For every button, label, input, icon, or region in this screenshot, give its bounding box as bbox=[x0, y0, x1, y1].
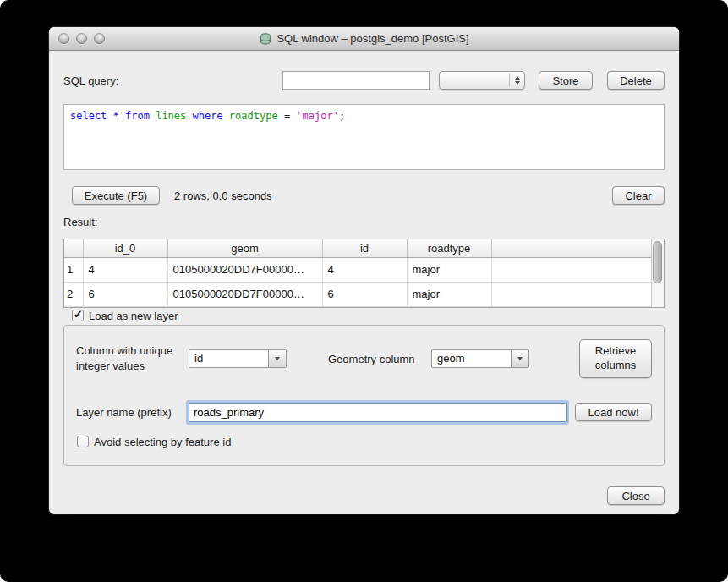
unique-column-dropdown[interactable]: id bbox=[189, 349, 287, 368]
query-name-input[interactable] bbox=[282, 71, 430, 90]
load-options-groupbox: Column with unique integer values id Geo… bbox=[63, 325, 665, 466]
layer-name-label: Layer name (prefix) bbox=[76, 406, 189, 419]
checkbox-checked[interactable]: ✓ bbox=[72, 310, 84, 321]
retrieve-columns-button[interactable]: Retrieve columns bbox=[579, 339, 652, 378]
column-options-row: Column with unique integer values id Geo… bbox=[76, 339, 652, 378]
clear-button[interactable]: Clear bbox=[612, 186, 665, 205]
cell-roadtype[interactable]: major bbox=[407, 257, 491, 282]
load-now-button[interactable]: Load now! bbox=[575, 403, 652, 421]
geometry-column-label: Geometry column bbox=[328, 353, 415, 365]
column-header-id_0[interactable]: id_0 bbox=[83, 239, 167, 257]
checkbox-unchecked[interactable] bbox=[77, 436, 89, 447]
column-header-roadtype[interactable]: roadtype bbox=[407, 239, 491, 257]
chevron-up-down-icon bbox=[509, 74, 520, 87]
scrollbar-thumb[interactable] bbox=[653, 241, 662, 283]
delete-button[interactable]: Delete bbox=[607, 71, 665, 90]
load-as-new-layer-label: Load as new layer bbox=[89, 310, 178, 322]
table-corner bbox=[64, 239, 83, 257]
layer-name-row: Layer name (prefix) Load now! bbox=[76, 402, 652, 422]
cell-filler bbox=[491, 257, 651, 282]
sql-token: select * from bbox=[70, 110, 156, 122]
sql-token: = bbox=[278, 110, 297, 122]
close-button[interactable]: Close bbox=[607, 486, 665, 505]
zoom-window-button[interactable] bbox=[94, 33, 105, 44]
sql-query-label: SQL query: bbox=[63, 74, 118, 87]
geometry-column-value: geom bbox=[432, 350, 511, 367]
cell-id_0[interactable]: 6 bbox=[83, 282, 167, 306]
avoid-selecting-checkbox[interactable]: Avoid selecting by feature id bbox=[77, 435, 652, 448]
checkmark-icon: ✓ bbox=[74, 308, 83, 321]
cell-id[interactable]: 6 bbox=[322, 282, 407, 306]
cell-id[interactable]: 4 bbox=[322, 257, 407, 282]
cell-filler bbox=[491, 282, 651, 306]
minimize-window-button[interactable] bbox=[76, 33, 87, 44]
cell-geom[interactable]: 0105000020DD7F00000… bbox=[167, 282, 322, 306]
vertical-scrollbar[interactable] bbox=[651, 239, 664, 307]
result-label: Result: bbox=[63, 216, 665, 229]
sql-window-icon bbox=[259, 32, 272, 46]
table-header-row: id_0 geom id roadtype bbox=[64, 239, 651, 257]
query-bar: SQL query: Store Delete bbox=[63, 71, 665, 90]
column-header-filler bbox=[491, 239, 651, 257]
chevron-down-icon bbox=[268, 350, 286, 367]
cell-roadtype[interactable]: major bbox=[407, 282, 491, 306]
unique-column-value: id bbox=[189, 350, 268, 367]
sql-token: roadtype bbox=[229, 110, 278, 122]
cell-id_0[interactable]: 4 bbox=[83, 257, 167, 282]
table-row[interactable]: 2 6 0105000020DD7F00000… 6 major bbox=[64, 282, 651, 306]
stored-query-dropdown[interactable] bbox=[439, 71, 525, 90]
window-content: SQL query: Store Delete select * from li… bbox=[49, 51, 679, 514]
footer: Close bbox=[63, 486, 665, 505]
window-title: SQL window – postgis_demo [PostGIS] bbox=[276, 32, 468, 45]
sql-code-line: select * from lines where roadtype = 'ma… bbox=[70, 110, 658, 122]
row-number: 1 bbox=[64, 257, 83, 282]
close-window-button[interactable] bbox=[58, 33, 69, 44]
sql-token: ; bbox=[339, 110, 345, 122]
sql-editor[interactable]: select * from lines where roadtype = 'ma… bbox=[63, 104, 665, 170]
cell-geom[interactable]: 0105000020DD7F00000… bbox=[167, 257, 322, 282]
layer-name-input[interactable] bbox=[189, 403, 567, 422]
sql-token: where bbox=[186, 110, 229, 122]
avoid-selecting-label: Avoid selecting by feature id bbox=[94, 436, 231, 448]
geometry-column-dropdown[interactable]: geom bbox=[431, 349, 529, 368]
title-area: SQL window – postgis_demo [PostGIS] bbox=[259, 32, 468, 46]
execute-bar: Execute (F5) 2 rows, 0.0 seconds Clear bbox=[63, 186, 665, 205]
sql-window: SQL window – postgis_demo [PostGIS] SQL … bbox=[49, 27, 679, 514]
row-number: 2 bbox=[64, 282, 83, 306]
sql-token: 'major' bbox=[296, 110, 339, 122]
column-header-id[interactable]: id bbox=[322, 239, 407, 257]
result-grid: id_0 geom id roadtype 1 4 0105000020DD7F… bbox=[64, 239, 651, 307]
execute-button[interactable]: Execute (F5) bbox=[72, 186, 160, 205]
chevron-down-icon bbox=[511, 350, 528, 367]
sql-token: lines bbox=[156, 110, 186, 122]
desktop-background: SQL window – postgis_demo [PostGIS] SQL … bbox=[0, 0, 728, 582]
store-button[interactable]: Store bbox=[539, 71, 593, 90]
load-as-new-layer-checkbox[interactable]: ✓ Load as new layer bbox=[72, 309, 665, 322]
titlebar[interactable]: SQL window – postgis_demo [PostGIS] bbox=[49, 27, 679, 51]
table-row[interactable]: 1 4 0105000020DD7F00000… 4 major bbox=[64, 257, 651, 282]
column-header-geom[interactable]: geom bbox=[167, 239, 322, 257]
query-status-text: 2 rows, 0.0 seconds bbox=[174, 189, 272, 202]
unique-column-label: Column with unique integer values bbox=[76, 343, 189, 373]
traffic-lights bbox=[58, 27, 105, 50]
result-table: id_0 geom id roadtype 1 4 0105000020DD7F… bbox=[63, 239, 665, 308]
